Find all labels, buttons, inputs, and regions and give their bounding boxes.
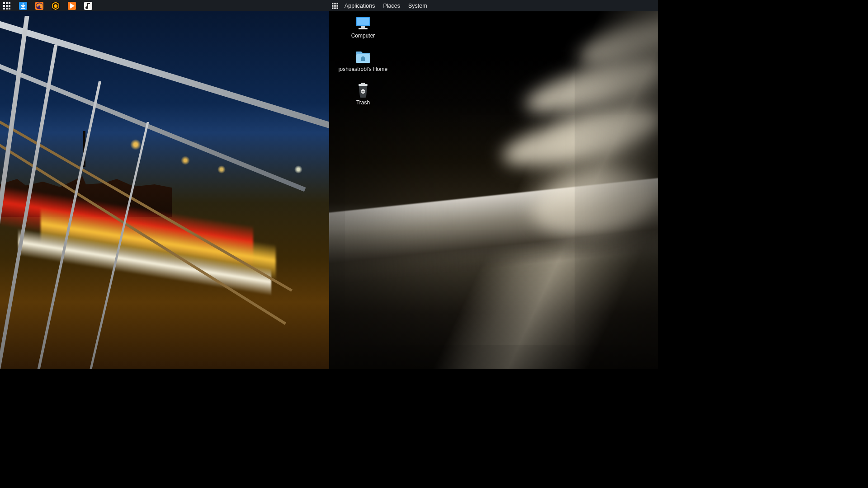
desktop-icons-area: Computer joshuastrobl's Home — [338, 16, 388, 106]
trash-icon — [354, 83, 372, 98]
svg-rect-26 — [359, 28, 368, 29]
wallpaper-detail — [497, 99, 658, 177]
svg-rect-16 — [337, 3, 339, 5]
svg-rect-1 — [6, 2, 8, 4]
desktop-icon-trash[interactable]: Trash — [338, 83, 388, 106]
svg-rect-0 — [3, 2, 5, 4]
left-desktop — [0, 0, 329, 369]
svg-rect-2 — [9, 2, 10, 4]
firefox-icon[interactable] — [35, 2, 43, 10]
desktop-icon-label: Trash — [356, 99, 370, 106]
menu-applications[interactable]: Applications — [343, 3, 377, 9]
svg-rect-4 — [6, 5, 8, 7]
left-top-panel — [0, 0, 329, 11]
desktop-icon-home[interactable]: joshuastrobl's Home — [338, 50, 388, 72]
svg-rect-5 — [9, 5, 10, 7]
svg-rect-21 — [334, 7, 336, 9]
menu-grid-icon[interactable] — [332, 3, 338, 9]
svg-marker-13 — [70, 3, 75, 9]
home-folder-icon — [354, 50, 372, 64]
desktop-icon-label: Computer — [351, 33, 375, 39]
svg-rect-15 — [334, 3, 336, 5]
svg-rect-19 — [337, 5, 339, 7]
right-top-panel: Applications Places System — [329, 0, 658, 11]
svg-rect-3 — [3, 5, 5, 7]
hexchat-icon[interactable] — [52, 2, 60, 10]
desktop-icon-label: joshuastrobl's Home — [339, 66, 387, 72]
svg-rect-25 — [361, 26, 365, 28]
download-icon[interactable] — [19, 2, 27, 10]
music-player-icon[interactable] — [84, 2, 92, 10]
svg-rect-14 — [332, 3, 334, 5]
svg-rect-22 — [337, 7, 339, 9]
svg-rect-17 — [332, 5, 334, 7]
svg-rect-8 — [9, 8, 10, 9]
apps-grid-icon[interactable] — [3, 2, 11, 10]
svg-rect-6 — [3, 8, 5, 9]
wallpaper-detail — [0, 59, 306, 192]
svg-rect-7 — [6, 8, 8, 9]
svg-rect-20 — [332, 7, 334, 9]
svg-rect-9 — [21, 8, 25, 9]
svg-rect-24 — [357, 18, 369, 25]
media-player-icon[interactable] — [68, 2, 76, 10]
menu-system[interactable]: System — [406, 3, 429, 9]
menu-places[interactable]: Places — [381, 3, 402, 9]
svg-rect-29 — [361, 83, 365, 84]
desktop-icon-computer[interactable]: Computer — [338, 16, 388, 39]
svg-marker-12 — [54, 4, 57, 8]
svg-rect-18 — [334, 5, 336, 7]
computer-icon — [354, 16, 372, 31]
right-desktop: Applications Places System Computer — [329, 0, 658, 369]
